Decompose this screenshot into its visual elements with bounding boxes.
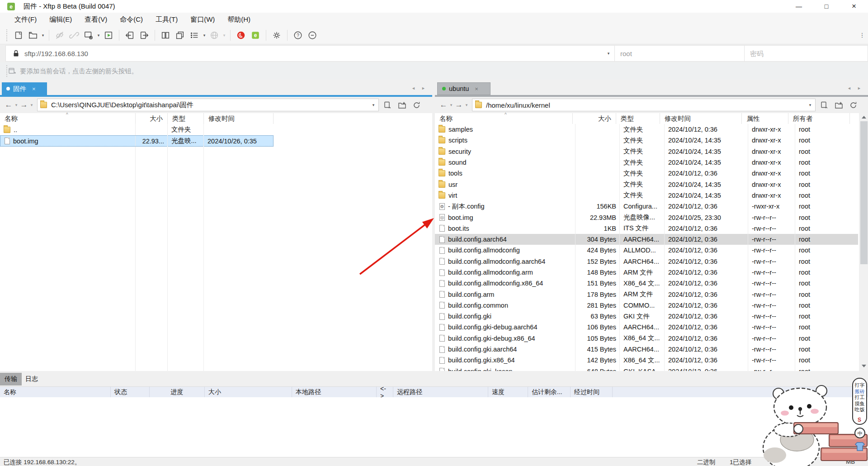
forward-caret-icon[interactable]: ▾ [29, 103, 34, 107]
transfer-column-header[interactable]: 估计剩余... [528, 387, 571, 398]
menu-item[interactable]: 工具(T) [149, 13, 184, 26]
forward-icon[interactable]: → [454, 100, 464, 109]
help-icon[interactable]: ? [291, 29, 305, 42]
menu-item[interactable]: 编辑(E) [43, 13, 78, 26]
back-caret-icon[interactable]: ▾ [14, 103, 19, 107]
scroll-down-icon[interactable] [861, 363, 867, 369]
column-header[interactable]: 所有者 [788, 113, 850, 124]
scroll-up-icon[interactable] [861, 114, 867, 120]
tab-scroll-left-icon[interactable]: ◄ [847, 86, 854, 90]
column-header[interactable]: 类型 [616, 113, 660, 124]
list-view-caret-icon[interactable]: ▾ [202, 33, 207, 38]
toolbar-overflow-icon[interactable]: ⋮ [859, 32, 865, 38]
column-header[interactable]: 属性 [742, 113, 788, 124]
remote-path-bar: ← ▾ → ▾ ▾ [435, 97, 868, 113]
local-file-list: ..文件夹boot.img22.93...光盘映...2024/10/26, 0… [0, 124, 432, 371]
tab-local-session[interactable]: 固件 × [2, 82, 47, 95]
arrange-windows-icon[interactable] [159, 29, 172, 42]
maximize-button[interactable]: □ [816, 0, 837, 13]
tab-label: 固件 [13, 85, 26, 93]
favorites-icon[interactable] [818, 99, 830, 111]
transfer-column-header[interactable]: 经过时间 [571, 387, 613, 398]
transfer-column-header[interactable]: 名称 [0, 387, 111, 398]
gear-file-icon [439, 203, 445, 210]
disc-file-icon [439, 214, 445, 221]
local-column-headers: 名称大小类型修改时间 [0, 113, 432, 124]
transfer-left-icon[interactable] [123, 29, 137, 42]
xshell-icon[interactable] [234, 29, 248, 42]
file-row[interactable]: boot.img22.93...光盘映...2024/10/26, 0:35 [0, 135, 274, 147]
new-folder-icon[interactable] [396, 99, 408, 111]
new-tab-icon[interactable] [12, 29, 25, 42]
sort-caret-icon: ^ [66, 112, 68, 117]
menu-item[interactable]: 窗口(W) [184, 13, 221, 26]
transfer-column-header[interactable]: 本地路径 [292, 387, 377, 398]
menu-item[interactable]: 命令(C) [113, 13, 149, 26]
transfer-right-icon[interactable] [137, 29, 151, 42]
menu-item[interactable]: 帮助(H) [221, 13, 257, 26]
column-header[interactable]: 大小 [573, 113, 616, 124]
xftp-icon[interactable]: e [249, 29, 262, 42]
new-folder-icon[interactable] [833, 99, 844, 111]
remote-path-input[interactable] [485, 101, 808, 109]
tab-scroll-right-icon[interactable]: ► [857, 86, 864, 90]
tab-remote-session[interactable]: ubuntu × [437, 82, 491, 95]
column-header[interactable]: 修改时间 [204, 113, 274, 124]
local-path-input[interactable] [50, 101, 371, 109]
svg-text:?: ? [297, 33, 299, 38]
run-icon[interactable] [102, 29, 115, 42]
column-gridline [203, 124, 204, 371]
file-name: build.config.allmodconfig [448, 247, 520, 254]
transfer-column-header[interactable]: 进度 [150, 387, 205, 398]
scrollbar[interactable] [860, 113, 868, 371]
list-view-icon[interactable] [188, 29, 201, 42]
refresh-icon[interactable] [847, 99, 859, 111]
refresh-icon[interactable] [410, 99, 422, 111]
clone-tab-icon[interactable] [173, 29, 187, 42]
back-caret-icon[interactable]: ▾ [448, 103, 454, 107]
url-dropdown-icon[interactable]: ▾ [603, 51, 614, 56]
tab-log[interactable]: 日志 [21, 373, 42, 385]
about-icon[interactable] [306, 29, 319, 42]
session-properties-caret-icon[interactable]: ▾ [96, 33, 101, 38]
transfer-column-header[interactable]: 速度 [488, 387, 528, 398]
file-name: boot.its [448, 225, 469, 232]
column-header[interactable]: 名称 [435, 113, 573, 124]
file-row[interactable]: ..文件夹 [0, 124, 274, 135]
minimize-button[interactable]: — [788, 0, 809, 13]
file-name: tools [448, 170, 462, 177]
forward-icon[interactable]: → [19, 100, 29, 109]
tab-close-icon[interactable]: × [475, 86, 478, 92]
scrollbar-thumb[interactable] [860, 121, 868, 264]
password-input[interactable] [749, 49, 868, 58]
path-dropdown-icon[interactable]: ▾ [371, 103, 376, 107]
close-button[interactable]: × [844, 0, 864, 13]
folder-icon [439, 126, 445, 133]
back-icon[interactable]: ← [4, 100, 14, 109]
tab-scroll-right-icon[interactable]: ► [421, 86, 428, 90]
tab-scroll-left-icon[interactable]: ◄ [411, 86, 418, 90]
column-header[interactable]: 类型 [168, 113, 204, 124]
url-input[interactable] [24, 49, 603, 58]
open-session-caret-icon[interactable]: ▾ [41, 33, 45, 38]
favorites-icon[interactable] [382, 99, 393, 111]
tab-transfer[interactable]: 传输 [0, 373, 22, 385]
tab-close-icon[interactable]: × [32, 86, 36, 92]
transfer-column-header[interactable]: 大小 [205, 387, 292, 398]
transfer-column-header[interactable]: 远程路径 [393, 387, 488, 398]
username-input[interactable] [619, 49, 744, 58]
forward-caret-icon[interactable]: ▾ [464, 103, 469, 107]
column-header[interactable]: 大小 [136, 113, 168, 124]
session-properties-icon[interactable] [82, 29, 95, 42]
transfer-column-header[interactable]: <-> [377, 387, 393, 398]
file-icon [439, 247, 445, 254]
column-header[interactable]: 修改时间 [660, 113, 742, 124]
menu-item[interactable]: 文件(F) [8, 13, 43, 26]
open-session-icon[interactable] [26, 29, 40, 42]
back-icon[interactable]: ← [439, 100, 448, 109]
path-dropdown-icon[interactable]: ▾ [808, 103, 812, 107]
settings-gear-icon[interactable] [270, 29, 283, 42]
transfer-column-header[interactable]: 状态 [111, 387, 150, 398]
file-icon [439, 324, 445, 331]
menu-item[interactable]: 查看(V) [78, 13, 113, 26]
